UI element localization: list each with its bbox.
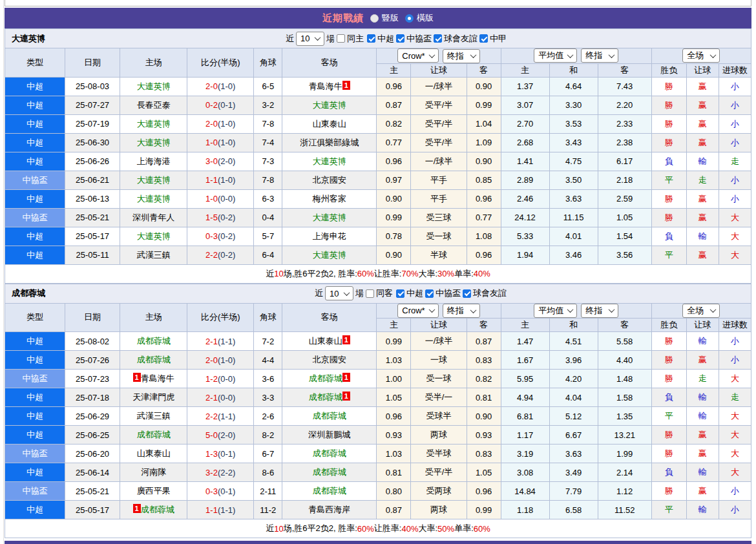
avg-home-odds: 1.37 — [501, 77, 549, 96]
away-team-link[interactable]: 山東泰山 — [313, 119, 346, 129]
final-odds-select[interactable]: 终指 — [581, 304, 618, 318]
summary-text: 大率: — [418, 268, 437, 280]
final-odds-select[interactable]: 终指 — [443, 49, 480, 63]
average-select[interactable]: 平均值 — [534, 48, 577, 63]
home-team-link[interactable]: 河南隊 — [141, 467, 166, 477]
result-handicap-cell: 輸 — [686, 388, 719, 407]
handicap-away-odds: 0.90 — [467, 77, 501, 96]
result-goals-cell: 大 — [719, 227, 751, 246]
away-team-cell: 北京國安 — [282, 171, 377, 189]
league-filter-checkbox[interactable] — [396, 289, 404, 298]
same-venue-checkbox[interactable] — [337, 34, 345, 43]
home-team-link[interactable]: 青島海牛 — [141, 373, 174, 383]
avg-home-odds: 6.81 — [501, 407, 549, 426]
home-team-link[interactable]: 大連英博 — [137, 119, 171, 129]
away-team-link[interactable]: 浙江俱樂部綠城 — [300, 138, 359, 147]
summary-text: 70% — [401, 269, 418, 278]
league-filter-checkbox[interactable] — [396, 34, 404, 43]
bookmaker-select[interactable]: Crow* — [397, 48, 438, 63]
home-team-link[interactable]: 大連英博 — [137, 175, 171, 185]
away-team-link[interactable]: 成都蓉城 — [313, 411, 346, 421]
handicap-home-odds: 1.03 — [377, 351, 411, 370]
home-team-link[interactable]: 大連英博 — [137, 194, 171, 204]
away-team-link[interactable]: 青島海牛 — [309, 81, 342, 91]
home-team-link[interactable]: 大連英博 — [137, 138, 171, 147]
final-odds-select[interactable]: 终指 — [581, 48, 618, 63]
away-team-link[interactable]: 山東泰山 — [309, 336, 342, 346]
home-team-link[interactable]: 長春亞泰 — [137, 100, 171, 110]
home-team-link[interactable]: 成都蓉城 — [141, 505, 174, 514]
same-venue-checkbox[interactable] — [366, 289, 374, 298]
vertical-layout-radio[interactable]: 豎版 — [370, 12, 399, 24]
corners-cell: 3-2 — [254, 96, 282, 114]
final-odds-select[interactable]: 终指 — [443, 304, 480, 318]
away-team-link[interactable]: 青島西海岸 — [308, 505, 350, 514]
games-count-select[interactable]: 10 — [296, 32, 324, 46]
home-team-link[interactable]: 大連英博 — [137, 81, 171, 91]
league-filter-checkbox[interactable] — [425, 289, 434, 298]
home-team-link[interactable]: 廣西平果 — [137, 486, 171, 496]
away-team-link[interactable]: 成都蓉城 — [309, 373, 342, 383]
summary-text: 10 — [274, 524, 283, 534]
result-goals-cell: 小 — [719, 96, 751, 114]
away-team-link[interactable]: 上海申花 — [313, 231, 346, 241]
result-outcome-cell: 勝 — [651, 351, 686, 370]
score-cell: 3-2(2-2) — [187, 463, 254, 482]
team-name: 大連英博 — [12, 33, 45, 45]
home-team-cell: 大連英博 — [120, 189, 187, 208]
average-select[interactable]: 平均值 — [534, 304, 577, 318]
score-cell: 2-2(1-1) — [187, 407, 254, 426]
home-team-link[interactable]: 武漢三鎮 — [137, 250, 171, 260]
away-team-link[interactable]: 大連英博 — [313, 213, 346, 222]
home-team-link[interactable]: 成都蓉城 — [137, 336, 171, 346]
horizontal-layout-radio[interactable]: 橫版 — [405, 12, 434, 24]
home-team-link[interactable]: 上海海港 — [137, 156, 171, 166]
handicap-away-odds: 0.96 — [467, 189, 501, 208]
bookmaker-select[interactable]: Crow* — [397, 304, 438, 318]
league-filter-checkbox[interactable] — [367, 34, 375, 43]
odds-source-header: 全场 — [651, 303, 751, 319]
halftime-score: (2-0) — [218, 156, 235, 166]
radio-icon[interactable] — [370, 14, 379, 23]
home-team-link[interactable]: 大連英博 — [137, 231, 171, 241]
corners-cell: 8-2 — [254, 426, 282, 445]
corners-cell: 7-8 — [254, 171, 282, 189]
away-team-link[interactable]: 成都蓉城 — [313, 467, 346, 477]
away-team-cell: 成都蓉城 — [282, 407, 377, 426]
away-team-link[interactable]: 大連英博 — [313, 250, 346, 260]
away-team-link[interactable]: 成都蓉城 — [309, 392, 342, 402]
home-team-link[interactable]: 武漢三鎮 — [137, 411, 171, 421]
league-filter-checkbox[interactable] — [463, 289, 471, 298]
away-team-link[interactable]: 成都蓉城 — [313, 448, 346, 458]
competition-cell: 中超 — [5, 351, 65, 370]
radio-icon[interactable] — [405, 14, 414, 23]
away-team-link[interactable]: 梅州客家 — [313, 194, 346, 204]
corners-cell: 7-3 — [254, 152, 282, 171]
result-handicap-cell: 赢 — [686, 133, 719, 152]
handicap-line: 受平/半 — [411, 114, 467, 133]
home-team-link[interactable]: 天津津門虎 — [132, 392, 174, 402]
games-count-select[interactable]: 10 — [325, 286, 353, 300]
league-filter-checkbox[interactable] — [434, 34, 442, 43]
away-team-link[interactable]: 成都蓉城 — [313, 486, 346, 496]
away-team-link[interactable]: 北京國安 — [313, 175, 346, 185]
chevron-down-icon — [470, 52, 476, 58]
handicap-home-odds: 0.82 — [377, 114, 411, 133]
away-team-link[interactable]: 大連英博 — [313, 100, 346, 110]
column-header: 和 — [549, 319, 598, 332]
home-team-link[interactable]: 成都蓉城 — [137, 430, 171, 439]
competition-cell: 中超 — [5, 332, 65, 351]
score-cell: 2-2(0-2) — [187, 246, 254, 264]
scope-select[interactable]: 全场 — [682, 304, 720, 318]
scope-select[interactable]: 全场 — [682, 48, 720, 63]
league-filter-checkbox[interactable] — [479, 34, 488, 43]
away-team-link[interactable]: 北京國安 — [313, 355, 346, 364]
away-team-link[interactable]: 深圳新鵬城 — [308, 430, 350, 439]
home-team-link[interactable]: 成都蓉城 — [137, 355, 171, 364]
avg-draw-odds: 6.58 — [549, 501, 598, 519]
away-team-link[interactable]: 大連英博 — [313, 156, 346, 166]
result-handicap-cell: 輸 — [686, 407, 719, 426]
home-team-link[interactable]: 深圳青年人 — [132, 213, 174, 222]
home-team-link[interactable]: 山東泰山 — [137, 448, 171, 458]
handicap-home-odds: 0.87 — [377, 96, 411, 114]
